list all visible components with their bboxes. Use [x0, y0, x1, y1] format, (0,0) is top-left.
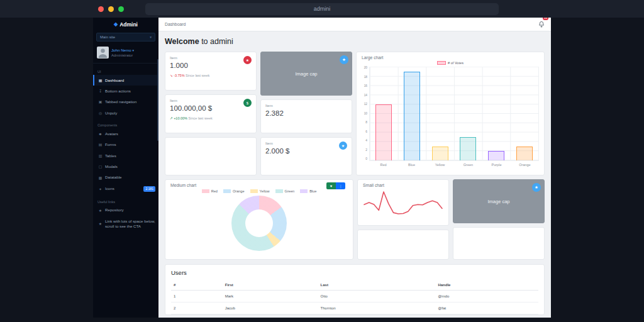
star-badge-button[interactable]: ★ — [340, 55, 348, 64]
user-role: Administrator — [111, 53, 134, 57]
image-column: Image cap ★ — [453, 179, 545, 260]
column-header: Last — [318, 280, 436, 291]
small-chart-column: Small chart — [357, 179, 449, 260]
sidebar-item-link-with-lots-of-space-below-scroll-to-[interactable]: ★Link with lots of space below, scroll t… — [93, 216, 158, 232]
legend-item[interactable]: Orange — [223, 189, 245, 193]
stat-card-label: Item — [265, 142, 347, 145]
datatable-icon: ▩ — [98, 175, 103, 180]
brand[interactable]: ◆ Admini — [93, 18, 158, 31]
legend-item[interactable]: Red — [202, 189, 218, 193]
sidebar-item-repository[interactable]: ★Repository — [93, 205, 158, 216]
sidebar-item-tables[interactable]: ▥Tables — [93, 150, 158, 161]
screen: admini ◆ Admini Main site ▾ — [0, 0, 644, 322]
y-tick-label: 20 — [364, 67, 367, 70]
donut-legend[interactable]: RedOrangeYellowGreenBlue — [170, 189, 348, 193]
person-icon: ☻ — [98, 131, 103, 136]
sidebar-item-modals[interactable]: ▢Modals — [93, 162, 158, 172]
person-photo — [97, 47, 109, 58]
y-tick-label: 12 — [364, 103, 367, 106]
bar-purple — [488, 151, 504, 160]
sidebar-item-label: Tabbed navigation — [105, 99, 155, 104]
stat-card-label: Item — [170, 56, 252, 60]
legend-label: Blue — [309, 189, 316, 193]
stat-card-value: 2.382 — [265, 109, 347, 117]
bar-slot — [510, 67, 538, 160]
sparkline-svg — [363, 189, 443, 216]
legend-item[interactable]: Blue — [300, 189, 316, 193]
modal-icon: ▢ — [98, 164, 103, 169]
stat-card-trend: ↗ +10.00% Since last week — [170, 116, 252, 120]
kebab-menu-button[interactable]: ⋮ — [336, 182, 345, 189]
site-select[interactable]: Main site ▾ — [96, 33, 155, 42]
sidebar-item-bottom-actions[interactable]: ↧Bottom actions — [93, 86, 158, 96]
sidebar-item-dashboard[interactable]: ▦Dashboard — [93, 75, 158, 86]
download-icon: ↧ — [98, 89, 103, 94]
bar-slot — [426, 67, 454, 160]
user-panel: John Nemo ▾ Administrator — [93, 44, 158, 64]
stat-card-value: 2.000 $ — [265, 147, 347, 155]
sidebar-item-forms[interactable]: ▤Forms — [93, 140, 158, 150]
trend-value: ↗ +10.00% — [170, 116, 187, 120]
y-tick-label: 18 — [364, 76, 367, 79]
table-cell: Mark — [223, 291, 318, 303]
stat-column-2: Image cap ★ Item 2.382 Item 2.000 $ ★ — [260, 52, 352, 175]
caret-down-icon: ▾ — [132, 48, 134, 52]
table-header-row: #FirstLastHandle — [171, 280, 538, 291]
legend-swatch — [202, 189, 209, 193]
trend-percent: -3.75% — [174, 74, 184, 77]
bar-chart-plot — [369, 67, 539, 161]
browser-chrome: admini — [0, 0, 644, 18]
window-controls — [98, 6, 124, 12]
like-button[interactable]: ♥ — [326, 182, 336, 189]
table-cell: 1 — [171, 291, 223, 303]
notification-count-badge: 99 — [543, 18, 548, 20]
zoom-window-button[interactable] — [118, 6, 124, 12]
sidebar-item-unpoly[interactable]: ◎Unpoly — [93, 108, 158, 118]
nav-section-label: UI — [97, 70, 154, 74]
legend-item[interactable]: Green — [275, 189, 295, 193]
sidebar-item-avatars[interactable]: ☻Avatars — [93, 128, 158, 139]
legend-item[interactable]: Yellow — [250, 189, 270, 193]
bar-chart-yaxis: 20181614121086420 — [362, 67, 369, 161]
user-menu[interactable]: John Nemo ▾ — [111, 48, 134, 52]
sidebar-item-datatable[interactable]: ▩Datatable — [93, 172, 158, 183]
x-tick-label: Yellow — [426, 163, 454, 167]
star-icon: ★ — [98, 208, 103, 213]
sidebar: ◆ Admini Main site ▾ John Nemo — [93, 18, 158, 318]
table-cell: Otto — [318, 291, 436, 303]
table-row: 2JacobThornton@fat — [171, 303, 538, 314]
sidebar-scrollbar[interactable] — [157, 59, 158, 141]
target-icon: ◎ — [98, 111, 103, 116]
notifications-button[interactable]: 99 — [538, 19, 545, 30]
site-select-value: Main site — [100, 35, 115, 39]
stat-card-value: 1.000 — [170, 62, 252, 69]
sidebar-item-icons[interactable]: ✦Icons2.181 — [93, 183, 158, 195]
nav-section-label: Components — [97, 123, 154, 127]
stat-card: Item 2.382 — [260, 99, 352, 133]
stat-card: Item 2.000 $ ★ — [260, 137, 352, 175]
bar-chart-legend[interactable]: # of Votes — [362, 61, 539, 65]
main-area: Dashboard 99 Welcome to admini Item 1.00… — [158, 18, 551, 318]
close-window-button[interactable] — [98, 6, 104, 12]
sparkle-icon: ✦ — [98, 187, 103, 192]
count-badge: 2.181 — [143, 186, 155, 192]
table-cell: Jacob — [223, 303, 318, 314]
chart-title: Small chart — [363, 183, 443, 187]
star-badge-button[interactable]: ★ — [532, 183, 541, 192]
chart-actions: ♥ ⋮ — [326, 182, 345, 189]
minimize-window-button[interactable] — [108, 6, 114, 12]
star-icon: ★ — [98, 221, 103, 226]
donut-hole — [245, 209, 273, 237]
address-bar[interactable]: admini — [145, 3, 499, 15]
sidebar-nav: UI▦Dashboard↧Bottom actions▣Tabbed navig… — [93, 64, 158, 318]
table-icon: ▥ — [98, 153, 103, 158]
sidebar-item-label: Dashboard — [105, 78, 155, 83]
page-title: Welcome to admini — [165, 37, 545, 46]
sidebar-item-label: Repository — [105, 208, 155, 213]
sidebar-item-label: Unpoly — [105, 111, 155, 116]
user-name: John Nemo — [111, 48, 131, 52]
users-title: Users — [171, 269, 538, 276]
bar-yellow — [432, 147, 448, 160]
sidebar-item-tabbed-navigation[interactable]: ▣Tabbed navigation — [93, 97, 158, 108]
legend-label: Green — [285, 189, 295, 193]
